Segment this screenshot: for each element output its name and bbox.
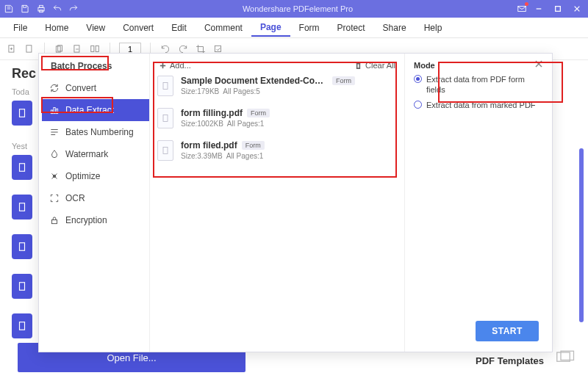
svg-rect-5 <box>556 7 561 12</box>
clear-label: Clear All <box>365 61 395 70</box>
svg-rect-20 <box>20 203 25 211</box>
recent-file-card[interactable] <box>12 274 32 299</box>
bates-icon <box>49 127 60 137</box>
batch-item-label: Watermark <box>65 149 108 159</box>
svg-rect-39 <box>163 115 168 122</box>
svg-rect-29 <box>54 108 55 114</box>
app-logo-icon <box>3 3 15 15</box>
file-row[interactable]: form filling.pdf Form Size:1002KB All Pa… <box>157 108 397 128</box>
batch-item-label: OCR <box>65 193 85 203</box>
refresh-icon <box>49 83 60 93</box>
save-icon[interactable] <box>19 3 31 15</box>
file-list: Sample Document Extended-Copy.... Form S… <box>157 76 397 161</box>
file-tag: Form <box>332 76 355 85</box>
file-row[interactable]: form filed.pdf Form Size:3.39MB All Page… <box>157 140 397 161</box>
batch-item-label: Optimize <box>65 171 100 181</box>
menu-convert[interactable]: Convert <box>114 20 162 36</box>
file-row[interactable]: Sample Document Extended-Copy.... Form S… <box>157 76 397 96</box>
menu-file[interactable]: File <box>4 20 36 36</box>
mail-icon[interactable] <box>516 3 528 15</box>
radio-icon <box>414 101 422 109</box>
recent-file-card[interactable] <box>12 101 32 126</box>
svg-rect-40 <box>163 148 168 154</box>
svg-rect-30 <box>56 109 57 113</box>
file-thumb-icon <box>157 108 173 128</box>
svg-rect-38 <box>163 83 168 90</box>
batch-item-label: Encryption <box>65 215 107 225</box>
svg-rect-22 <box>20 283 25 291</box>
plus-icon <box>159 62 167 70</box>
menu-protect[interactable]: Protect <box>329 20 374 36</box>
minimize-button[interactable] <box>531 3 547 15</box>
menu-home[interactable]: Home <box>36 20 77 36</box>
batch-file-panel: Add... Clear All Sample Document Extende… <box>149 54 405 352</box>
batch-item-watermark[interactable]: Watermark <box>42 143 149 165</box>
lock-icon <box>49 215 60 225</box>
menu-page[interactable]: Page <box>251 19 290 37</box>
batch-item-label: Data Extract <box>65 105 114 115</box>
menu-edit[interactable]: Edit <box>162 20 196 36</box>
batch-item-bates[interactable]: Bates Numbering <box>42 121 149 143</box>
menu-share[interactable]: Share <box>374 20 415 36</box>
undo-icon[interactable] <box>51 3 63 15</box>
menu-view[interactable]: View <box>77 20 114 36</box>
svg-rect-9 <box>26 45 32 51</box>
svg-rect-19 <box>20 164 25 172</box>
radio-icon <box>414 75 422 83</box>
batch-sidebar: Batch Process Convert Data Extract Bates… <box>39 54 149 352</box>
window-title: Wondershare PDFelement Pro <box>79 4 516 13</box>
mode-option-marked-pdf[interactable]: Extract data from marked PDF <box>414 100 545 110</box>
svg-rect-21 <box>20 243 25 251</box>
menu-form[interactable]: Form <box>290 20 329 36</box>
batch-item-optimize[interactable]: Optimize <box>42 165 149 187</box>
recent-file-card[interactable] <box>12 155 32 180</box>
svg-rect-28 <box>51 110 52 114</box>
file-meta: Size:3.39MB All Pages:1 <box>181 152 265 160</box>
barchart-icon <box>49 105 60 115</box>
file-tag: Form <box>247 109 270 117</box>
file-name: form filed.pdf <box>181 140 237 150</box>
add-files-button[interactable]: Add... <box>159 61 191 70</box>
ribbon-page-icon[interactable] <box>24 43 35 55</box>
file-meta: Size:179KB All Pages:5 <box>181 87 355 95</box>
ribbon-insert-page-icon[interactable] <box>6 43 18 55</box>
pdf-templates-icon[interactable] <box>556 349 576 369</box>
batch-item-data-extract[interactable]: Data Extract <box>42 99 149 121</box>
svg-rect-3 <box>518 7 526 12</box>
window-controls <box>516 3 585 15</box>
batch-item-encryption[interactable]: Encryption <box>42 209 149 231</box>
close-window-button[interactable] <box>569 3 585 15</box>
svg-rect-18 <box>20 109 25 117</box>
recent-file-card[interactable] <box>12 234 32 259</box>
file-tag: Form <box>242 141 265 150</box>
maximize-button[interactable] <box>550 3 566 15</box>
redo-icon[interactable] <box>68 3 79 15</box>
menu-help[interactable]: Help <box>415 20 451 36</box>
file-thumb-icon <box>157 76 173 96</box>
add-label: Add... <box>170 61 191 70</box>
mode-option-form-fields[interactable]: Extract data from PDF form fields <box>414 74 545 95</box>
svg-rect-12 <box>74 45 79 51</box>
menubar: File Home View Convert Edit Comment Page… <box>0 18 588 38</box>
batch-item-convert[interactable]: Convert <box>42 77 149 99</box>
svg-rect-14 <box>96 46 98 51</box>
batch-mode-panel: Mode Extract data from PDF form fields E… <box>405 54 552 352</box>
batch-item-ocr[interactable]: OCR <box>42 187 149 209</box>
start-button[interactable]: START <box>476 321 539 341</box>
mode-heading: Mode <box>414 61 545 70</box>
recent-file-card[interactable] <box>12 313 32 338</box>
clear-all-button[interactable]: Clear All <box>354 61 395 70</box>
print-icon[interactable] <box>35 3 47 15</box>
menu-comment[interactable]: Comment <box>196 20 251 36</box>
file-meta: Size:1002KB All Pages:1 <box>181 120 270 128</box>
mode-option-label: Extract data from marked PDF <box>426 100 536 110</box>
mode-option-label: Extract data from PDF form fields <box>426 74 545 95</box>
batch-item-label: Convert <box>65 83 96 93</box>
ocr-icon <box>49 193 60 203</box>
batch-title: Batch Process <box>45 59 146 73</box>
titlebar-left-icons <box>3 3 79 15</box>
recent-file-card[interactable] <box>12 195 32 219</box>
trash-icon <box>354 62 362 70</box>
pdf-templates-label[interactable]: PDF Templates <box>476 355 544 366</box>
svg-rect-1 <box>40 5 43 7</box>
